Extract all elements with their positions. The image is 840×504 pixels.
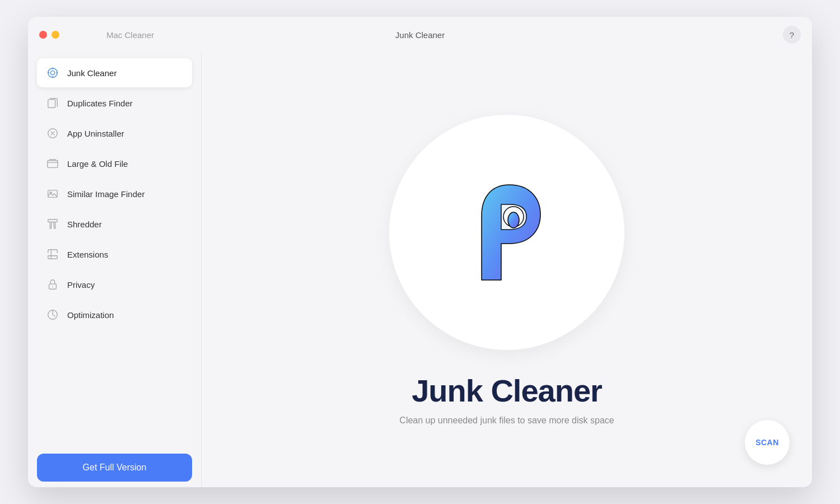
sidebar-item-privacy[interactable]: Privacy [37,270,192,299]
sidebar-item-optimization-label: Optimization [67,310,114,320]
sidebar: Junk Cleaner Duplicates Finder [28,53,202,487]
sidebar-item-privacy-label: Privacy [67,280,95,290]
traffic-lights [39,31,59,39]
sidebar-item-similar-image-finder[interactable]: Similar Image Finder [37,179,192,208]
sidebar-item-duplicates-finder-label: Duplicates Finder [67,99,133,108]
duplicates-finder-icon [46,96,59,110]
extensions-icon [46,248,59,261]
app-logo [451,171,563,294]
sidebar-item-shredder[interactable]: Shredder [37,209,192,239]
main-panel: Junk Cleaner Clean up unneeded junk file… [202,53,812,487]
sidebar-item-similar-image-finder-label: Similar Image Finder [67,189,144,199]
sidebar-item-duplicates-finder[interactable]: Duplicates Finder [37,88,192,118]
large-old-file-icon [46,157,59,170]
main-content: Junk Cleaner Duplicates Finder [28,53,812,487]
help-button[interactable]: ? [783,26,801,44]
svg-point-11 [508,212,519,228]
logo-circle [389,115,624,350]
app-window: Mac Cleaner Junk Cleaner ? J [28,17,812,487]
app-uninstaller-icon [46,127,59,140]
svg-rect-6 [48,220,58,222]
svg-point-8 [52,286,53,287]
svg-rect-3 [48,161,58,168]
svg-rect-1 [48,100,55,108]
junk-cleaner-icon [46,66,59,80]
similar-image-finder-icon [46,187,59,200]
scan-button[interactable]: SCAN [745,420,790,465]
app-name-label: Mac Cleaner [106,30,154,40]
sidebar-item-junk-cleaner-label: Junk Cleaner [67,68,116,78]
privacy-icon [46,278,59,291]
sidebar-item-large-old-file[interactable]: Large & Old File [37,149,192,178]
nav-items: Junk Cleaner Duplicates Finder [37,58,192,447]
scan-button-container: SCAN [745,420,790,465]
svg-rect-4 [48,190,58,198]
optimization-icon [46,308,59,321]
window-title: Junk Cleaner [395,30,445,40]
main-subtitle: Clean up unneeded junk files to save mor… [399,416,614,426]
title-bar: Mac Cleaner Junk Cleaner ? [28,17,812,53]
sidebar-item-optimization[interactable]: Optimization [37,300,192,329]
close-button[interactable] [39,31,47,39]
sidebar-item-junk-cleaner[interactable]: Junk Cleaner [37,58,192,87]
get-full-version-button[interactable]: Get Full Version [37,454,192,482]
sidebar-item-extensions-label: Extensions [67,250,108,259]
sidebar-item-app-uninstaller[interactable]: App Uninstaller [37,119,192,148]
sidebar-item-large-old-file-label: Large & Old File [67,159,128,169]
window-title-area: Junk Cleaner [395,30,445,40]
main-title: Junk Cleaner [412,372,602,409]
sidebar-item-app-uninstaller-label: App Uninstaller [67,129,124,138]
sidebar-item-extensions[interactable]: Extensions [37,240,192,269]
minimize-button[interactable] [52,31,59,39]
sidebar-item-shredder-label: Shredder [67,220,102,229]
shredder-icon [46,217,59,231]
